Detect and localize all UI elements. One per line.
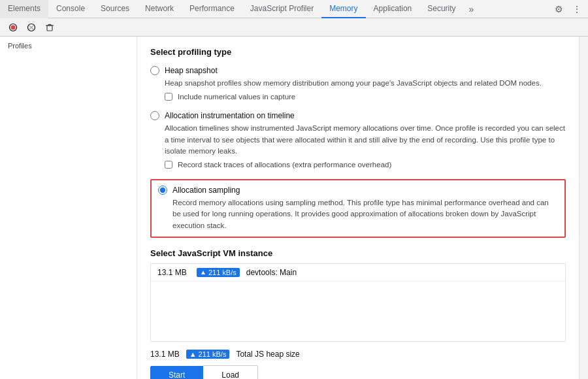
tab-network[interactable]: Network [137, 0, 182, 18]
more-tabs-button[interactable]: » [464, 0, 480, 18]
up-arrow-icon: ▲ [200, 269, 206, 276]
allocation-instrumentation-checkbox[interactable] [165, 161, 172, 169]
tab-security[interactable]: Security [419, 0, 463, 18]
allocation-instrumentation-checkbox-row: Record stack traces of allocations (extr… [165, 161, 566, 169]
allocation-sampling-label: Allocation sampling [172, 186, 240, 195]
tabs-container: Elements Console Sources Network Perform… [0, 0, 547, 18]
allocation-instrumentation-label-row: Allocation instrumentation on timeline [150, 111, 566, 120]
allocation-sampling-desc: Record memory allocations using sampling… [172, 197, 558, 231]
heap-snapshot-label-row: Heap snapshot [150, 66, 566, 75]
tab-elements[interactable]: Elements [0, 0, 48, 18]
heap-snapshot-option: Heap snapshot Heap snapshot profiles sho… [150, 66, 566, 101]
stop-icon [27, 23, 36, 32]
allocation-sampling-label-row: Allocation sampling [158, 186, 558, 195]
heap-snapshot-desc: Heap snapshot profiles show memory distr… [165, 78, 566, 89]
right-panel: Select profiling type Heap snapshot Heap… [137, 37, 579, 379]
tab-application[interactable]: Application [366, 0, 420, 18]
allocation-instrumentation-option: Allocation instrumentation on timeline A… [150, 111, 566, 169]
bottom-rate-badge: ▲ 211 kB/s [186, 350, 230, 359]
bottom-size: 13.1 MB [150, 350, 180, 359]
allocation-instrumentation-label: Allocation instrumentation on timeline [165, 111, 295, 120]
svg-rect-5 [47, 25, 52, 31]
vm-size: 13.1 MB [157, 268, 190, 277]
heap-snapshot-radio[interactable] [150, 66, 159, 75]
toolbar-right: ⚙ ⋮ [547, 1, 588, 18]
heap-snapshot-label: Heap snapshot [165, 66, 218, 75]
start-button[interactable]: Start [150, 366, 203, 379]
bottom-up-arrow-icon: ▲ [189, 350, 197, 358]
scrollbar-area [579, 37, 588, 379]
tab-performance[interactable]: Performance [182, 0, 242, 18]
tab-memory[interactable]: Memory [321, 0, 365, 18]
heap-snapshot-checkbox[interactable] [165, 93, 172, 101]
action-buttons-row: Start Load [150, 365, 566, 379]
vm-section-title: Select JavaScript VM instance [150, 248, 566, 258]
vm-rate-value: 211 kB/s [208, 269, 237, 276]
stop-button[interactable] [24, 20, 39, 35]
trash-button[interactable] [42, 20, 57, 35]
allocation-sampling-option: Allocation sampling Record memory alloca… [150, 179, 566, 238]
vm-rate-badge: ▲ 211 kB/s [197, 268, 240, 277]
tab-sources[interactable]: Sources [93, 0, 137, 18]
heap-snapshot-checkbox-row: Include numerical values in capture [165, 93, 566, 101]
bottom-stats-row: 13.1 MB ▲ 211 kB/s Total JS heap size [150, 350, 566, 359]
allocation-instrumentation-desc: Allocation timelines show instrumented J… [165, 123, 566, 157]
sidebar: Profiles [0, 37, 137, 379]
bottom-label: Total JS heap size [236, 350, 299, 359]
record-button[interactable] [5, 20, 21, 35]
heap-snapshot-checkbox-label: Include numerical values in capture [178, 93, 295, 101]
svg-point-1 [11, 25, 16, 29]
actions-bar [0, 18, 588, 37]
tab-console[interactable]: Console [48, 0, 93, 18]
devtools-tab-bar: Elements Console Sources Network Perform… [0, 0, 588, 18]
bottom-rate-value: 211 kB/s [199, 350, 227, 358]
trash-icon [45, 23, 54, 32]
allocation-instrumentation-checkbox-label: Record stack traces of allocations (extr… [178, 161, 391, 169]
select-type-title: Select profiling type [150, 47, 566, 57]
load-button[interactable]: Load [203, 365, 258, 379]
vm-instance-row[interactable]: 13.1 MB ▲ 211 kB/s devtools: Main [151, 264, 565, 282]
settings-button[interactable]: ⚙ [550, 1, 567, 18]
vm-instances-table: 13.1 MB ▲ 211 kB/s devtools: Main [150, 263, 566, 342]
allocation-sampling-radio[interactable] [158, 186, 167, 195]
main-content: Profiles Select profiling type Heap snap… [0, 37, 588, 379]
sidebar-profiles-label: Profiles [0, 37, 137, 52]
tab-javascript-profiler[interactable]: JavaScript Profiler [242, 0, 321, 18]
record-icon [8, 23, 18, 32]
more-options-button[interactable]: ⋮ [568, 1, 585, 18]
vm-name: devtools: Main [246, 268, 297, 277]
allocation-instrumentation-radio[interactable] [150, 111, 159, 120]
